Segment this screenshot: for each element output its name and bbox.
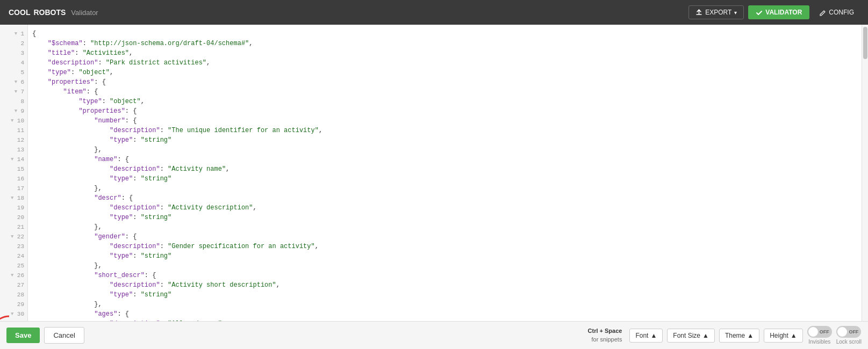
export-button[interactable]: EXPORT ▾ (688, 5, 744, 19)
json-punctuation (32, 117, 94, 125)
fold-arrow[interactable]: ▼ (10, 195, 15, 201)
code-line: "type": "object", (32, 97, 862, 106)
json-string: "Gender specification for an activity" (168, 243, 315, 250)
cancel-button[interactable]: Cancel (44, 327, 84, 344)
lock-scroll-off-label: OFF (849, 329, 858, 335)
json-punctuation (32, 59, 48, 67)
lock-scroll-toggle[interactable]: OFF (836, 326, 861, 338)
invisibles-label: Invisibles (808, 339, 830, 345)
json-string: "http://json-schema.org/draft-04/schema#… (90, 40, 249, 47)
json-punctuation (32, 40, 48, 47)
line-number: ▼7 (0, 87, 27, 97)
json-punctuation: : { (121, 194, 133, 202)
line-number: 19 (0, 203, 27, 213)
font-size-dropdown[interactable]: Font Size ▲ (667, 329, 715, 343)
line-number: 8 (0, 97, 27, 106)
line-number: ▼10 (0, 116, 27, 126)
json-punctuation: : (160, 281, 168, 289)
scrollbar-thumb[interactable] (863, 27, 867, 59)
json-punctuation (32, 69, 48, 76)
code-line: "name": { (32, 155, 862, 164)
json-key: "description" (110, 127, 160, 134)
validator-button[interactable]: VALIDATOR (748, 5, 809, 19)
line-number: ▼14 (0, 155, 27, 164)
footer-right: Ctrl + Space for snippets Font ▲ Font Si… (588, 326, 862, 345)
line-number: ▼1 (0, 29, 27, 39)
json-key: "title" (48, 49, 75, 57)
json-punctuation (32, 98, 78, 105)
json-punctuation: , (276, 281, 280, 289)
line-number: ▼30 (0, 309, 27, 319)
fold-arrow[interactable]: ▼ (10, 234, 15, 239)
theme-dropdown[interactable]: Theme ▲ (719, 329, 759, 343)
json-punctuation (32, 233, 94, 241)
code-line: }, (32, 300, 862, 309)
json-punctuation (32, 127, 110, 134)
json-punctuation (32, 88, 63, 96)
json-punctuation: : (102, 98, 110, 105)
export-chevron-icon: ▾ (734, 10, 737, 16)
height-dropdown[interactable]: Height ▲ (764, 329, 803, 343)
fold-arrow[interactable]: ▼ (13, 31, 18, 37)
json-punctuation: : (133, 291, 140, 299)
header-right: EXPORT ▾ VALIDATOR CONFIG (688, 5, 859, 19)
code-line: "properties": { (32, 77, 862, 87)
json-key: "descr" (94, 194, 121, 202)
code-line: "description": "Activity short descripti… (32, 280, 862, 290)
line-number: 2 (0, 39, 27, 48)
json-punctuation: : { (125, 117, 137, 125)
json-punctuation: : (160, 165, 168, 173)
save-button[interactable]: Save (6, 328, 40, 343)
json-punctuation (32, 281, 110, 289)
json-key: "name" (94, 156, 117, 163)
json-punctuation: : (160, 243, 168, 250)
json-punctuation: , (226, 165, 229, 173)
fold-arrow[interactable]: ▼ (10, 311, 15, 317)
json-key: "description" (110, 165, 160, 173)
invisibles-toggle-group: OFF Invisibles (807, 326, 832, 345)
json-punctuation: }, (32, 301, 102, 308)
header: COOL ROBOTS Validator EXPORT ▾ VALIDATOR… (0, 0, 868, 25)
json-key: "type" (110, 175, 133, 183)
code-line: }, (32, 184, 862, 193)
scrollbar[interactable] (862, 25, 868, 321)
code-line: "item": { (32, 87, 862, 97)
fold-arrow[interactable]: ▼ (13, 79, 18, 85)
font-dropdown[interactable]: Font ▲ (629, 329, 663, 343)
line-number: 20 (0, 213, 27, 222)
code-line: }, (32, 261, 862, 271)
line-number: 27 (0, 280, 27, 290)
config-button[interactable]: CONFIG (814, 6, 859, 19)
code-line: "description": "The unique identifier fo… (32, 126, 862, 135)
fold-arrow[interactable]: ▼ (10, 118, 15, 123)
code-area[interactable]: { "$schema": "http://json-schema.org/dra… (28, 25, 862, 321)
edit-icon (819, 9, 826, 16)
brand-validator: Validator (71, 9, 98, 17)
height-arrow-icon: ▲ (791, 332, 797, 339)
line-number: 15 (0, 164, 27, 174)
fold-arrow[interactable]: ▼ (13, 89, 18, 94)
json-string: "string" (141, 175, 172, 183)
code-line: "ages": { (32, 309, 862, 319)
json-punctuation: { (32, 30, 36, 38)
json-string: "object" (78, 69, 110, 76)
json-key: "type" (110, 252, 133, 260)
json-key: "type" (110, 291, 133, 299)
json-punctuation: : { (87, 88, 98, 96)
json-key: "gender" (94, 233, 125, 241)
fold-arrow[interactable]: ▼ (10, 273, 15, 278)
line-number: 29 (0, 300, 27, 309)
fold-arrow[interactable]: ▼ (13, 108, 18, 114)
json-punctuation: : (75, 49, 82, 57)
toggle-knob (808, 327, 818, 337)
line-number: 16 (0, 174, 27, 184)
line-number: 21 (0, 222, 27, 232)
json-punctuation: }, (32, 146, 102, 154)
code-line: "properties": { (32, 106, 862, 116)
json-key: "description" (110, 281, 160, 289)
json-punctuation: : (133, 214, 140, 221)
fold-arrow[interactable]: ▼ (10, 157, 15, 162)
json-punctuation: , (206, 59, 210, 67)
json-key: "number" (94, 117, 125, 125)
invisibles-toggle[interactable]: OFF (807, 326, 832, 338)
